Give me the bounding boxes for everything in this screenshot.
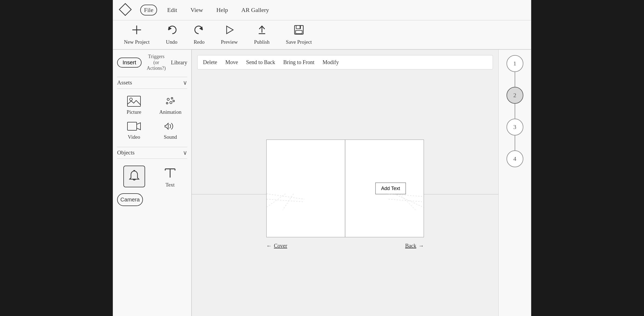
menu-bar: File Edit View Help AR Gallery	[113, 0, 531, 20]
undo-label: Undo	[166, 39, 177, 45]
preview-button[interactable]: Preview	[221, 24, 238, 45]
svg-point-13	[130, 98, 132, 101]
toolbar: New Project Undo Redo	[113, 20, 531, 50]
page-node-2-label: 2	[513, 92, 516, 99]
page-node-4-label: 4	[513, 155, 516, 162]
publish-icon	[257, 24, 267, 37]
new-project-icon	[131, 24, 142, 37]
canvas-workspace[interactable]: Add Text	[192, 72, 498, 316]
tool-send-to-back[interactable]: Send to Back	[246, 59, 275, 65]
redo-button[interactable]: Redo	[194, 24, 205, 45]
object-text[interactable]: Text	[154, 166, 186, 188]
assets-grid: Picture Animation	[117, 93, 187, 143]
book-pages-wrapper: Add Text	[266, 140, 424, 237]
back-arrow-right: →	[418, 243, 424, 249]
svg-point-15	[171, 97, 173, 99]
page-node-3[interactable]: 3	[507, 119, 523, 135]
objects-title: Objects	[117, 149, 135, 156]
right-panel: 1 2 3 4	[498, 50, 531, 316]
menu-ar-gallery[interactable]: AR Gallery	[238, 5, 272, 15]
menu-items: File Edit View Help AR Gallery	[140, 5, 272, 15]
asset-picture[interactable]: Picture	[118, 96, 149, 115]
objects-section: Objects ∨	[117, 147, 187, 206]
menu-file[interactable]: File	[140, 5, 157, 15]
page-label-back: Back →	[405, 243, 424, 249]
svg-rect-10	[296, 30, 302, 34]
object-text-label: Text	[165, 182, 175, 188]
undo-icon	[166, 24, 177, 37]
page-node-4[interactable]: 4	[507, 150, 523, 167]
svg-point-18	[166, 102, 168, 104]
assets-toggle-icon[interactable]: ∨	[183, 79, 187, 86]
object-bell-box	[123, 166, 145, 187]
new-project-label: New Project	[124, 39, 149, 45]
tab-insert[interactable]: Insert	[117, 58, 142, 68]
tab-triggers[interactable]: Triggers (or Actions?)	[146, 54, 167, 71]
page-node-3-label: 3	[513, 124, 516, 131]
svg-rect-12	[127, 96, 140, 106]
svg-marker-5	[227, 26, 233, 34]
save-project-icon	[293, 24, 304, 37]
page-label-cover: ← Cover	[266, 243, 287, 249]
svg-point-14	[167, 98, 169, 100]
menu-edit[interactable]: Edit	[164, 5, 180, 15]
asset-sound[interactable]: Sound	[155, 121, 186, 140]
book-page-cover[interactable]	[266, 140, 345, 237]
undo-button[interactable]: Undo	[166, 24, 177, 45]
book-pages: Add Text	[266, 140, 424, 237]
objects-section-header: Objects ∨	[117, 147, 187, 159]
app-logo	[118, 3, 132, 17]
svg-rect-19	[127, 122, 137, 130]
assets-title: Assets	[117, 79, 132, 86]
node-connector-2-3	[515, 104, 515, 119]
save-project-label: Save Project	[286, 39, 312, 45]
page-node-1[interactable]: 1	[507, 55, 523, 72]
left-panel: Insert Triggers (or Actions?) Library As…	[113, 50, 192, 316]
assets-section-header: Assets ∨	[117, 77, 187, 89]
add-text-button[interactable]: Add Text	[375, 182, 406, 194]
book-page-back[interactable]: Add Text	[345, 140, 424, 237]
preview-icon	[224, 24, 235, 37]
objects-toggle-icon[interactable]: ∨	[183, 149, 187, 156]
asset-video[interactable]: Video	[118, 121, 149, 140]
svg-line-28	[267, 199, 304, 202]
asset-animation-label: Animation	[159, 109, 181, 115]
svg-line-29	[267, 194, 286, 207]
tool-bring-to-front[interactable]: Bring to Front	[283, 59, 314, 65]
asset-sound-label: Sound	[164, 134, 177, 140]
new-project-button[interactable]: New Project	[124, 24, 149, 45]
object-bell[interactable]	[118, 166, 150, 188]
publish-button[interactable]: Publish	[254, 24, 270, 45]
tool-delete[interactable]: Delete	[203, 59, 217, 65]
asset-video-label: Video	[128, 134, 140, 140]
main-content: Insert Triggers (or Actions?) Library As…	[113, 50, 531, 316]
node-connector-3-4	[515, 135, 515, 150]
publish-label: Publish	[254, 39, 270, 45]
svg-line-30	[283, 194, 294, 210]
menu-help[interactable]: Help	[213, 5, 231, 15]
asset-animation[interactable]: Animation	[155, 96, 186, 115]
back-label-text: Back	[405, 243, 416, 249]
canvas-toolbar: Delete Move Send to Back Bring to Front …	[197, 55, 493, 69]
panel-tabs: Insert Triggers (or Actions?) Library	[117, 54, 187, 71]
svg-point-17	[170, 102, 172, 104]
cover-label-text: Cover	[274, 243, 287, 249]
save-project-button[interactable]: Save Project	[286, 24, 312, 45]
asset-picture-label: Picture	[127, 109, 141, 115]
page-node-1-label: 1	[513, 60, 516, 67]
objects-grid: Text	[117, 163, 187, 191]
menu-view[interactable]: View	[187, 5, 206, 15]
svg-line-33	[394, 194, 424, 207]
camera-button[interactable]: Camera	[117, 193, 143, 206]
cover-arrow-left: ←	[266, 243, 272, 249]
page-node-2[interactable]: 2	[507, 87, 523, 104]
canvas-area: Delete Move Send to Back Bring to Front …	[192, 50, 498, 316]
svg-line-27	[267, 194, 304, 199]
tool-modify[interactable]: Modify	[323, 59, 339, 65]
redo-label: Redo	[194, 39, 205, 45]
book-container: Add Text	[266, 140, 424, 249]
tab-library[interactable]: Library	[171, 59, 187, 66]
node-connector-1-2	[515, 72, 515, 87]
tool-move[interactable]: Move	[225, 59, 238, 65]
redo-icon	[194, 24, 205, 37]
